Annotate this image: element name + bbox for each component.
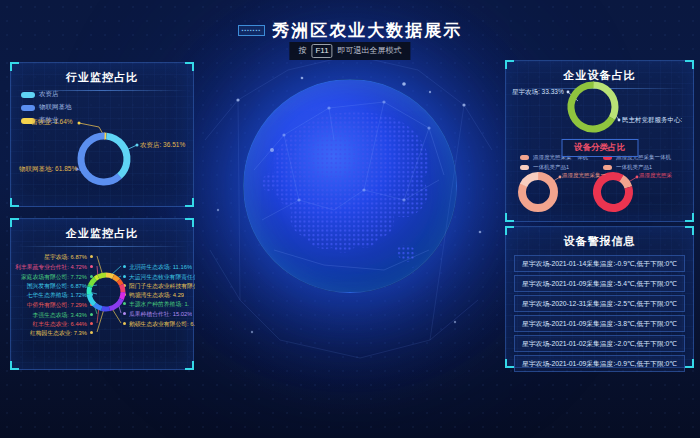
corner-decor — [185, 62, 194, 71]
enterprise-callout: 北玥荷生态农场: 11.16% — [123, 263, 192, 272]
corner-decor — [685, 226, 694, 235]
logo-badge: ▪▪▪▪▪▪▪ — [238, 25, 265, 36]
enterprise-callout: 中侨升有限公司: 7.29% — [13, 301, 93, 310]
corner-decor — [505, 60, 514, 69]
alarm-row: 星宇农场-2021-01-09采集温度:-3.8℃,低于下限:0℃ — [514, 315, 685, 332]
device-ratio-callout-left: 星宇农场: 33.33% — [512, 88, 564, 97]
globe-visualization — [243, 79, 457, 293]
device-ratio-callout-right: 民主村党群服务中心: — [622, 116, 682, 125]
enterprise-callout: 七华生态养殖场: 1.72% — [13, 291, 93, 300]
enterprise-callout: 丰源水产种苗养殖场: 1. — [123, 300, 189, 309]
industry-callout-iot: 物联网基地: 61.85% — [19, 165, 77, 174]
industry-callout-farmstore: 农资店: 36.51% — [140, 141, 185, 150]
legend-swatch — [21, 105, 35, 111]
alarm-row: 星宇农场-2021-01-14采集温度:-0.9℃,低于下限:0℃ — [514, 255, 685, 272]
enterprise-callout: 鹅硕生态农业有限公司: 6.87 — [123, 320, 195, 329]
corner-decor — [505, 213, 514, 222]
legend-swatch — [21, 92, 35, 98]
page-header: ▪▪▪▪▪▪▪秀洲区农业大数据展示 — [0, 19, 700, 42]
panel-enterprise-device-ratio: 企业设备占比 星宇农场: 33.33% 民主村党群服务中心: 设备分类占比 温湿… — [505, 60, 694, 222]
globe-continents — [244, 80, 456, 292]
enterprise-callout: 鸭塘湾生态农场: 4.29 — [123, 291, 184, 300]
hint-prefix: 按 — [298, 45, 306, 57]
device-class-title: 设备分类占比 — [561, 139, 638, 157]
device-class-left-donut[interactable] — [514, 168, 562, 216]
device-class-right-callout: 温湿度光照采 — [639, 172, 672, 179]
enterprise-callout: 瓜果种植合作社: 15.02% — [123, 310, 192, 319]
enterprise-callout: 星宇农场: 6.87% — [13, 253, 93, 262]
enterprise-callout: 家庭农场有限公司: 7.72% — [13, 273, 93, 282]
alarm-list[interactable]: 星宇农场-2021-01-14采集温度:-0.9℃,低于下限:0℃ 星宇农场-2… — [506, 255, 693, 372]
enterprise-callout: 红梅园生态农业: 7.3% — [13, 329, 93, 338]
legend-item[interactable]: 物联网基地 — [21, 103, 72, 112]
dashboard-screen: ▪▪▪▪▪▪▪秀洲区农业大数据展示 按 F11 即可退出全屏模式 行业监控占比 … — [0, 0, 700, 438]
corner-decor — [685, 359, 694, 368]
legend-item[interactable]: 农资店 — [21, 90, 72, 99]
enterprise-callout: 红丰生态农业: 6.44% — [13, 320, 93, 329]
legend-label: 农资店 — [39, 90, 59, 99]
panel-industry-monitor-ratio: 行业监控占比 农资店 物联网基地 畜牧业 畜牧业: 1.64% 农资店: 36.… — [10, 62, 194, 207]
fullscreen-hint-bar: 按 F11 即可退出全屏模式 — [289, 42, 410, 60]
device-ratio-donut-chart[interactable] — [563, 77, 623, 137]
corner-decor — [505, 226, 514, 235]
enterprise-callout: 国兴发有限公司: 6.87% — [13, 282, 93, 291]
corner-decor — [685, 213, 694, 222]
corner-decor — [185, 218, 194, 227]
enterprise-donut-chart[interactable] — [82, 268, 130, 316]
enterprise-callout: 利丰果蔬专业合作社: 4.72% — [13, 263, 93, 272]
alarm-row: 星宇农场-2021-01-02采集温度:-2.0℃,低于下限:0℃ — [514, 335, 685, 352]
device-class-left-callout: 温湿度光照采集一 — [562, 172, 606, 179]
enterprise-callout: 阳门子生态农业科技有限公 — [123, 282, 195, 291]
corner-decor — [10, 361, 19, 370]
panel-title: 企业监控占比 — [11, 219, 193, 241]
alarm-row: 星宇农场-2021-01-09采集温度:-5.4℃,低于下限:0℃ — [514, 275, 685, 292]
page-title: 秀洲区农业大数据展示 — [272, 19, 462, 42]
industry-donut-chart[interactable] — [72, 127, 136, 191]
panel-title: 行业监控占比 — [11, 63, 193, 85]
panel-enterprise-monitor-ratio: 企业监控占比 — [10, 218, 194, 370]
hint-suffix: 即可退出全屏模式 — [338, 45, 402, 57]
industry-callout-livestock: 畜牧业: 1.64% — [31, 118, 73, 127]
title-divider — [16, 246, 188, 247]
corner-decor — [185, 361, 194, 370]
corner-decor — [185, 198, 194, 207]
alarm-row: 星宇农场-2021-01-09采集温度:-0.9℃,低于下限:0℃ — [514, 355, 685, 372]
legend-label: 物联网基地 — [39, 103, 72, 112]
legend-swatch — [520, 155, 529, 160]
panel-device-alarm-info: 设备警报信息 星宇农场-2021-01-14采集温度:-0.9℃,低于下限:0℃… — [505, 226, 694, 368]
corner-decor — [10, 62, 19, 71]
alarm-row: 星宇农场-2020-12-31采集温度:-2.5℃,低于下限:0℃ — [514, 295, 685, 312]
corner-decor — [10, 218, 19, 227]
panel-title: 设备警报信息 — [506, 227, 693, 249]
corner-decor — [505, 359, 514, 368]
corner-decor — [10, 198, 19, 207]
enterprise-callout: 李强生态农场: 3.43% — [13, 311, 93, 320]
corner-decor — [685, 60, 694, 69]
enterprise-callout: 大运河生态牧业有限责任公 — [123, 273, 195, 282]
f11-key-badge: F11 — [311, 44, 332, 58]
